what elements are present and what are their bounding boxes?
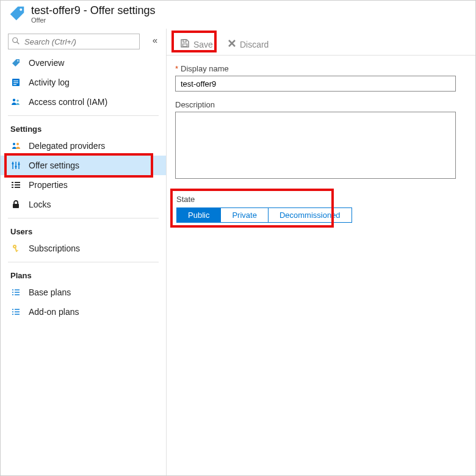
svg-point-16 xyxy=(15,165,16,167)
sidebar-item-label: Activity log xyxy=(29,78,70,87)
state-option-public[interactable]: Public xyxy=(177,208,221,222)
main-panel: Save Discard *Display name Description xyxy=(167,29,475,475)
sidebar-item-label: Locks xyxy=(29,200,51,209)
sidebar-item-locks[interactable]: Locks xyxy=(1,195,166,214)
sidebar-item-overview[interactable]: Overview xyxy=(1,53,166,73)
sidebar-item-label: Properties xyxy=(29,180,68,190)
svg-line-2 xyxy=(17,42,20,45)
svg-rect-27 xyxy=(15,248,17,252)
svg-point-26 xyxy=(14,246,15,247)
state-option-decommissioned[interactable]: Decommissioned xyxy=(269,208,352,222)
svg-point-33 xyxy=(12,294,13,295)
close-icon xyxy=(228,39,236,49)
save-button-label: Save xyxy=(193,40,213,49)
svg-point-3 xyxy=(17,60,18,62)
sidebar-item-delegated-providers[interactable]: Delegated providers xyxy=(1,136,166,156)
iam-icon xyxy=(10,96,21,107)
description-label: Description xyxy=(175,100,475,109)
description-textarea[interactable] xyxy=(175,112,456,179)
svg-rect-38 xyxy=(15,311,20,312)
sidebar-item-label: Subscriptions xyxy=(29,243,80,253)
svg-point-0 xyxy=(20,9,22,11)
svg-rect-30 xyxy=(15,289,20,290)
search-icon xyxy=(12,37,20,48)
svg-rect-20 xyxy=(12,184,13,186)
list-icon xyxy=(10,306,21,317)
sidebar-item-access-control[interactable]: Access control (IAM) xyxy=(1,92,166,112)
svg-rect-36 xyxy=(15,309,20,309)
state-segmented-control: Public Private Decommissioned xyxy=(176,207,352,223)
page-header: test-offer9 - Offer settings Offer xyxy=(1,1,475,29)
svg-rect-7 xyxy=(13,84,16,85)
svg-rect-40 xyxy=(15,314,20,314)
sidebar-item-label: Add-on plans xyxy=(29,307,79,317)
properties-icon xyxy=(10,179,21,190)
sidebar-item-properties[interactable]: Properties xyxy=(1,175,166,195)
display-name-input[interactable] xyxy=(175,76,456,92)
svg-rect-19 xyxy=(15,182,20,183)
save-button[interactable]: Save xyxy=(175,36,218,52)
providers-icon xyxy=(10,140,21,151)
sidebar-item-offer-settings[interactable]: Offer settings xyxy=(1,156,166,175)
search-input[interactable] xyxy=(8,34,140,49)
sidebar-item-label: Delegated providers xyxy=(29,141,105,151)
collapse-chevron-icon[interactable]: « xyxy=(153,35,157,45)
svg-point-35 xyxy=(12,309,13,310)
page-subtitle: Offer xyxy=(31,16,155,24)
svg-point-39 xyxy=(12,314,13,315)
nav-group-label-users: Users xyxy=(1,222,166,239)
sidebar: « Overview Activity log Access control (… xyxy=(1,29,167,475)
sidebar-item-activity-log[interactable]: Activity log xyxy=(1,73,166,92)
sidebar-item-label: Overview xyxy=(29,58,64,68)
svg-point-1 xyxy=(13,38,18,43)
svg-rect-22 xyxy=(12,187,13,188)
sidebar-item-subscriptions[interactable]: Subscriptions xyxy=(1,239,166,258)
discard-button-label: Discard xyxy=(240,40,269,49)
svg-rect-34 xyxy=(15,294,20,295)
sidebar-item-base-plans[interactable]: Base plans xyxy=(1,283,166,302)
log-icon xyxy=(10,77,21,88)
nav-separator xyxy=(8,115,159,116)
svg-point-17 xyxy=(18,163,20,165)
state-label: State xyxy=(176,195,330,204)
svg-rect-23 xyxy=(15,187,20,188)
svg-point-11 xyxy=(16,143,19,145)
sidebar-item-addon-plans[interactable]: Add-on plans xyxy=(1,302,166,322)
lock-icon xyxy=(10,199,21,210)
display-name-label: *Display name xyxy=(175,64,475,73)
svg-point-10 xyxy=(13,143,15,145)
svg-rect-32 xyxy=(15,292,20,292)
sidebar-item-label: Offer settings xyxy=(29,160,79,170)
sliders-icon xyxy=(10,160,21,171)
page-title: test-offer9 - Offer settings xyxy=(31,4,155,17)
save-icon xyxy=(180,38,190,50)
svg-rect-41 xyxy=(183,40,186,42)
svg-point-15 xyxy=(12,162,13,164)
sidebar-item-label: Access control (IAM) xyxy=(29,97,107,107)
svg-point-9 xyxy=(16,99,19,102)
svg-point-29 xyxy=(12,289,13,290)
svg-rect-42 xyxy=(183,44,187,46)
svg-rect-24 xyxy=(13,204,19,208)
svg-rect-28 xyxy=(16,250,18,251)
svg-point-31 xyxy=(12,292,13,293)
tag-icon xyxy=(8,4,26,23)
nav-separator xyxy=(8,218,159,218)
discard-button[interactable]: Discard xyxy=(223,37,273,52)
nav-group-label-settings: Settings xyxy=(1,120,166,136)
tag-icon xyxy=(10,57,21,68)
state-option-private[interactable]: Private xyxy=(221,208,268,222)
nav-separator xyxy=(8,262,159,262)
sidebar-item-label: Base plans xyxy=(29,287,71,297)
nav-group-label-plans: Plans xyxy=(1,266,166,283)
toolbar: Save Discard xyxy=(167,34,475,56)
key-icon xyxy=(10,243,21,254)
svg-rect-6 xyxy=(13,82,18,83)
list-icon xyxy=(10,287,21,298)
svg-point-8 xyxy=(13,99,15,101)
svg-rect-18 xyxy=(12,182,13,183)
svg-rect-5 xyxy=(13,81,18,81)
svg-rect-21 xyxy=(15,184,20,186)
svg-point-37 xyxy=(12,311,13,312)
